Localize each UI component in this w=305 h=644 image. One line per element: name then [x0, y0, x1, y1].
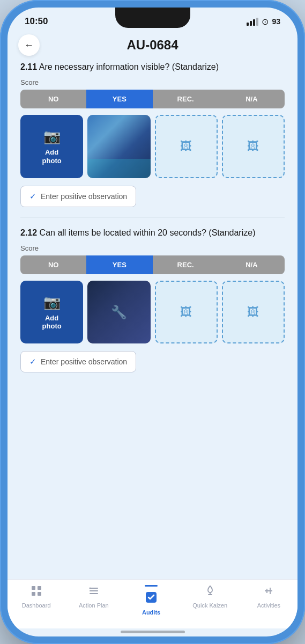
nav-label-audits: Audits: [142, 609, 160, 616]
photo-grid-2: 📷 Addphoto 🖼 🖼: [20, 281, 285, 343]
image-icon-4: 🖼: [247, 305, 259, 319]
header: ← AU-0684: [8, 31, 297, 57]
observation-label-1: Enter positive observation: [41, 192, 127, 201]
active-indicator: [145, 585, 158, 587]
photo-thumbnail-1-1[interactable]: [87, 115, 150, 178]
nav-item-dashboard[interactable]: Dashboard: [20, 585, 53, 609]
question-block-1: 2.11 Are necessary information visible? …: [20, 61, 285, 207]
question-2-body: Can all items be located within 20 secon…: [40, 228, 256, 237]
add-photo-button-2[interactable]: 📷 Addphoto: [20, 281, 83, 343]
phone-screen: 10:50 ⊙ 93 ← AU-0684: [8, 8, 297, 636]
add-photo-label-1: Addphoto: [42, 148, 62, 165]
audits-icon: [145, 591, 158, 607]
photo-thumbnail-2-1[interactable]: [87, 281, 150, 343]
score-label-1: Score: [20, 78, 285, 86]
observation-button-2[interactable]: ✓ Enter positive observation: [20, 351, 136, 372]
image-icon-1: 🖼: [180, 140, 192, 153]
question-2-text: 2.12 Can all items be located within 20 …: [20, 227, 285, 239]
photo-placeholder-2-2[interactable]: 🖼: [222, 281, 285, 343]
nav-label-action-plan: Action Plan: [79, 602, 109, 609]
question-1-body: Are necessary information visible? (Stan…: [39, 62, 219, 71]
status-icons: ⊙ 93: [247, 17, 280, 27]
check-icon-2: ✓: [29, 357, 36, 367]
score-no-2[interactable]: NO: [20, 255, 86, 274]
nav-item-quick-kaizen[interactable]: Quick Kaizen: [192, 585, 227, 609]
action-plan-icon: [88, 585, 100, 600]
factory-photo-image: [87, 115, 150, 178]
notch: [115, 8, 190, 28]
tools-photo-image: [87, 281, 150, 343]
nav-label-dashboard: Dashboard: [22, 602, 51, 609]
dashboard-icon: [31, 585, 42, 600]
score-no-1[interactable]: NO: [20, 90, 86, 108]
bottom-nav: Dashboard Action Plan: [8, 579, 297, 628]
add-photo-button-1[interactable]: 📷 Addphoto: [20, 115, 83, 178]
question-block-2: 2.12 Can all items be located within 20 …: [20, 227, 285, 373]
score-rec-1[interactable]: REC.: [153, 90, 219, 108]
nav-label-quick-kaizen: Quick Kaizen: [192, 602, 227, 609]
svg-rect-2: [32, 592, 35, 596]
photo-placeholder-1-1[interactable]: 🖼: [155, 115, 218, 178]
back-icon: ←: [24, 40, 34, 51]
home-indicator: [121, 631, 185, 633]
section-divider: [20, 217, 285, 217]
score-row-2: NO YES REC. N/A: [20, 255, 285, 274]
phone-frame: 10:50 ⊙ 93 ← AU-0684: [0, 0, 305, 644]
scroll-content[interactable]: 2.11 Are necessary information visible? …: [8, 57, 297, 579]
nav-item-activities[interactable]: Activities: [252, 585, 285, 609]
activities-icon: [263, 585, 274, 600]
svg-rect-1: [38, 586, 41, 590]
photo-placeholder-1-2[interactable]: 🖼: [222, 115, 285, 178]
score-na-1[interactable]: N/A: [219, 90, 285, 108]
add-photo-label-2: Addphoto: [42, 314, 62, 331]
wifi-icon: ⊙: [262, 17, 269, 27]
observation-button-1[interactable]: ✓ Enter positive observation: [20, 186, 136, 207]
signal-icon: [247, 18, 258, 26]
image-icon-2: 🖼: [247, 140, 259, 153]
score-na-2[interactable]: N/A: [219, 255, 285, 274]
score-yes-1[interactable]: YES: [86, 90, 152, 108]
svg-rect-3: [38, 592, 41, 596]
svg-rect-0: [32, 586, 35, 590]
nav-label-activities: Activities: [257, 602, 280, 609]
photo-placeholder-2-1[interactable]: 🖼: [155, 281, 218, 343]
score-row-1: NO YES REC. N/A: [20, 90, 285, 108]
page-title: AU-0684: [127, 38, 178, 53]
score-label-2: Score: [20, 244, 285, 252]
camera-icon-2: 📷: [43, 294, 61, 311]
question-1-number: 2.11: [20, 62, 37, 71]
score-yes-2[interactable]: YES: [86, 255, 152, 274]
image-icon-3: 🖼: [180, 305, 192, 319]
check-icon-1: ✓: [29, 192, 36, 201]
camera-icon-1: 📷: [43, 128, 61, 145]
nav-item-audits[interactable]: Audits: [135, 585, 167, 616]
score-rec-2[interactable]: REC.: [153, 255, 219, 274]
photo-grid-1: 📷 Addphoto 🖼 🖼: [20, 115, 285, 178]
question-1-text: 2.11 Are necessary information visible? …: [20, 61, 285, 73]
status-time: 10:50: [25, 16, 48, 27]
observation-label-2: Enter positive observation: [41, 357, 127, 366]
back-button[interactable]: ←: [18, 34, 40, 56]
battery-value: 93: [272, 17, 280, 26]
quick-kaizen-icon: [204, 585, 216, 600]
nav-item-action-plan[interactable]: Action Plan: [78, 585, 110, 609]
question-2-number: 2.12: [20, 228, 37, 237]
